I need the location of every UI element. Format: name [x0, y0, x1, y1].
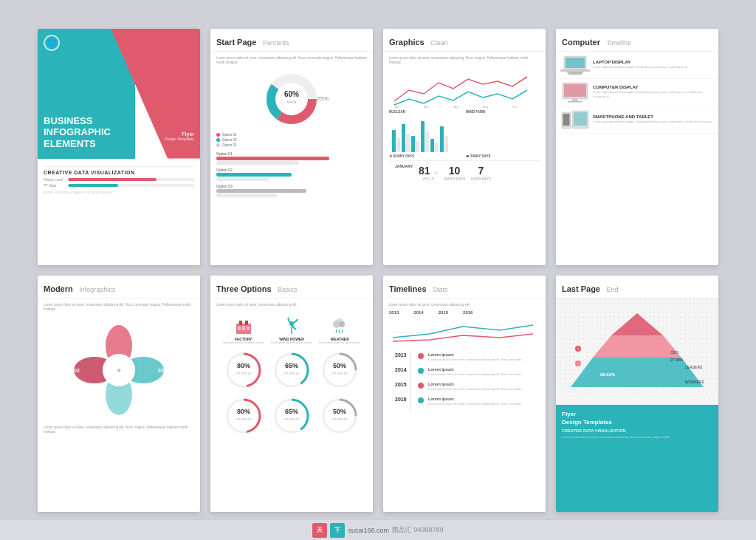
card6-title: Three Options	[216, 284, 272, 293]
svg-text:04: 04	[116, 414, 122, 419]
svg-rect-16	[568, 101, 583, 103]
timeline-line	[410, 352, 411, 412]
circle-svg-1: 80% OPTION 01	[225, 352, 262, 389]
timeline-years: 2013 2014 2015 2016	[389, 310, 540, 315]
tl-desc-2: Lorem ipsum dolor sit amet, consectetur …	[428, 372, 534, 376]
weather-icon	[329, 315, 350, 335]
bar2-track	[68, 184, 194, 187]
bar-grp-1	[392, 130, 400, 152]
bar-6b	[444, 136, 448, 152]
wind-desc: Lorem ipsum dolor sit amet consect.	[267, 341, 315, 345]
creative-label: CREATIVE DATA VISUALIZATION	[44, 166, 194, 175]
card1-title: BUSINESSINFOGRAPHICELEMENTS	[44, 115, 111, 150]
wm-icon-1: 天	[312, 523, 327, 538]
wm-number: 图品汇 04368789	[392, 525, 444, 535]
card7-body: Lorem ipsum dolor sit amet, consectetur …	[383, 298, 546, 420]
lastpage-bottom: Flyer Design Templates CREATIVE DATA VIS…	[556, 405, 718, 512]
opt-label-1: Option 01	[216, 151, 367, 156]
card2-subtitle: Percents	[263, 39, 289, 47]
svg-marker-73	[571, 358, 704, 387]
card-timelines-stats: Timelines Stats Lorem ipsum dolor sit am…	[383, 276, 546, 512]
bar-1a	[392, 130, 396, 152]
stat-num-3: 7	[478, 165, 484, 177]
tl-title-1: Lorem Ipsum	[428, 352, 534, 357]
legend-item-1: Option 01	[216, 133, 367, 137]
year-2016: 2016	[463, 310, 472, 315]
wm-icon-2: 下	[330, 523, 345, 538]
circle-svg-4: 80% OPTION 05	[225, 397, 262, 434]
bar-3b	[416, 141, 419, 152]
svg-text:Mar: Mar	[424, 105, 430, 109]
svg-text:OPTION 04: OPTION 04	[284, 417, 300, 421]
icon-wind: WIND POWER Lorem ipsum dolor sit amet co…	[267, 315, 315, 345]
circles-row-2: 80% OPTION 05 65% OPTION 04	[216, 394, 367, 440]
stat-label-3: RAINY DAYS	[471, 177, 491, 181]
option-icons-row: FACTORY Lorem ipsum dolor sit amet conse…	[216, 310, 367, 349]
stat-temp: 81 °F AVG. F	[419, 164, 438, 181]
stat-num-1: 81	[419, 165, 430, 177]
legend-text-3: Option 03	[222, 143, 237, 147]
svg-text:Nov: Nov	[512, 105, 518, 109]
card1-top: 🌐 BUSINESSINFOGRAPHICELEMENTS Flyer Desi…	[38, 29, 200, 159]
circle-svg-3: 50% OPTION 03	[321, 352, 358, 389]
creative-viz-label: CREATIVE DATA VISUALIZATION	[562, 428, 712, 434]
opt-row-1: Option 01	[216, 151, 367, 165]
device-mobile: SMARTPHONE AND TABLET Fusce vulputate el…	[556, 106, 718, 134]
pyramid-chart: CEO 27.39% LEADERS 66.82% WORKERS i i	[556, 298, 718, 394]
svg-text:LEADERS: LEADERS	[685, 365, 703, 369]
tl-title-3: Lorem Ipsum	[428, 382, 534, 386]
lp-small-desc: Lorem ipsum dolor sit amet, consectetur …	[562, 435, 712, 440]
card4-subtitle: Timeline	[606, 39, 631, 47]
globe-icon: 🌐	[44, 35, 60, 51]
card3-subtitle: Clean	[430, 39, 448, 47]
svg-text:02: 02	[74, 368, 80, 373]
card6-header: Three Options Basics	[210, 276, 373, 298]
device-laptop: LAPTOP DISPLAY Fusce vulputate eleifend …	[556, 52, 718, 79]
card3-title: Graphics	[389, 38, 425, 47]
laptop-text: LAPTOP DISPLAY Fusce vulputate eleifend …	[593, 60, 714, 69]
tl-content-2: Lorem Ipsum Lorem ipsum dolor sit amet, …	[428, 367, 534, 376]
monitor-title: COMPUTER DISPLAY	[593, 85, 714, 89]
card3-body: Lorem ipsum dolor sit amet, consectetur …	[383, 52, 546, 189]
svg-rect-20	[574, 112, 587, 126]
card8-title: Last Page	[562, 284, 600, 293]
svg-text:OPTION 05: OPTION 05	[236, 417, 252, 421]
tl-dot-4	[418, 397, 424, 403]
petal-chart: ✦ 01 02 03 04	[63, 315, 174, 425]
svg-line-45	[342, 329, 343, 333]
card8-subtitle: End	[606, 286, 618, 293]
tl-content-4: Lorem Ipsum Lorem ipsum dolor sit amet, …	[428, 397, 534, 406]
card-business-infographic: 🌐 BUSINESSINFOGRAPHICELEMENTS Flyer Desi…	[38, 29, 200, 265]
stat-jan: JANUARY	[395, 164, 413, 181]
factory-icon	[233, 315, 254, 335]
bar1-fill	[68, 178, 157, 181]
circle-diagram: ✦ 01 02 03 04	[44, 315, 194, 425]
stats-row: JANUARY 81 °F AVG. F 10 SUNNY DAYS 7 RAI…	[389, 160, 540, 184]
svg-text:i: i	[577, 361, 578, 366]
bar-1b	[396, 137, 400, 152]
card6-body: Lorem ipsum dolor sit amet, consectetur …	[210, 298, 373, 445]
circle-svg-5: 65% OPTION 04	[273, 397, 310, 434]
svg-text:MAIN: MAIN	[287, 100, 297, 104]
svg-rect-15	[572, 99, 578, 101]
svg-rect-33	[239, 321, 242, 325]
stat-rainy: 7 RAINY DAYS	[471, 164, 491, 181]
card7-subtitle: Stats	[433, 286, 448, 293]
tl-entry-3: 2015 Lorem Ipsum Lorem ipsum dolor sit a…	[395, 382, 534, 391]
monitor-desc: Fusce vulputate eleifend sapien. Vestibu…	[593, 90, 714, 98]
tl-desc-3: Lorem ipsum dolor sit amet, consectetur …	[428, 387, 534, 391]
factory-desc: Lorem ipsum dolor sit amet consect.	[219, 341, 267, 345]
card8-header: Last Page End	[556, 276, 718, 298]
opt-bar-2b	[216, 177, 269, 181]
svg-rect-36	[242, 327, 245, 330]
card5-desc: Lorem ipsum dolor sit amet, consectetur …	[44, 303, 194, 312]
svg-text:80%: 80%	[237, 362, 250, 369]
svg-text:80%: 80%	[237, 408, 250, 415]
card3-desc: Lorem ipsum dolor sit amet, consectetur …	[389, 56, 540, 66]
donut-chart: 60% MAIN	[262, 69, 321, 129]
lp-design-title: Design Templates	[562, 419, 712, 425]
card-computer-timeline: Computer Timeline LAPTOP DISPLAY Fusce v…	[556, 29, 718, 265]
tl-entry-1: 2013 Lorem Ipsum Lorem ipsum dolor sit a…	[395, 352, 534, 361]
svg-rect-11	[566, 58, 585, 68]
weather-labels: ☀ SUNNY DAYS 🌧 RAINY DAYS	[389, 154, 540, 158]
